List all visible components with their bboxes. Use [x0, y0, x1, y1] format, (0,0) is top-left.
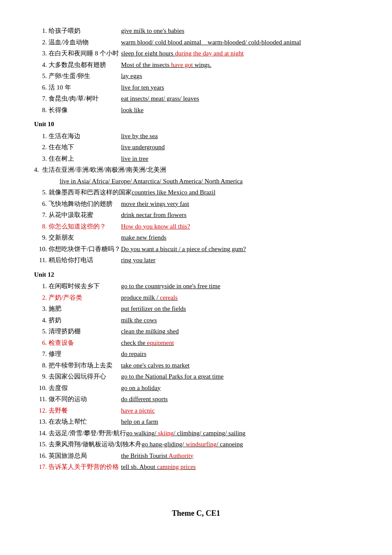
- chinese: 飞快地舞动他们的翅膀: [49, 199, 121, 210]
- unit12-item-1: 1. 在闲暇时候去乡下 go to the countryside in one…: [34, 281, 358, 292]
- num: 8.: [34, 360, 47, 371]
- num: 3.: [34, 48, 47, 59]
- num: 10.: [34, 244, 47, 255]
- english: tell sb. About camping prices: [121, 462, 358, 473]
- chinese: 你想吃块饼干/口香糖吗？: [49, 244, 121, 255]
- chinese: 从花中汲取花蜜: [49, 210, 121, 221]
- num: 16.: [34, 451, 47, 462]
- unit10-item-7: 7. 从花中汲取花蜜 drink nectar from flowers: [34, 210, 358, 221]
- english: move their wings very fast: [121, 199, 358, 210]
- num: 10.: [34, 383, 47, 394]
- chinese: 把牛犊带到市场上去卖: [49, 360, 121, 371]
- unit10-item-5: 5. 就像墨西哥和巴西这样的国家 countries like Mexico a…: [34, 187, 358, 198]
- chinese: 挤奶: [49, 315, 121, 326]
- unit10-item-10: 10. 你想吃块饼干/口香糖吗？ Do you want a biscuit /…: [34, 244, 358, 255]
- english: the British Tourist Authority: [121, 451, 358, 462]
- english: take one's calves to market: [121, 360, 358, 371]
- english: produce milk / cereals: [121, 292, 358, 304]
- num: 1.: [34, 26, 47, 37]
- english: Do you want a biscuit / a piece of chewi…: [121, 244, 358, 255]
- unit9-item-2: 2. 温血/冷血动物 warm blood/ cold blood animal…: [34, 37, 358, 48]
- unit10-item-3: 3. 住在树上 live in tree: [34, 153, 358, 165]
- unit10-item-9: 9. 交新朋友 make new friends: [34, 232, 358, 243]
- chinese: 大多数昆虫都有翅膀: [49, 60, 121, 71]
- chinese: 在白天和夜间睡 8 个小时: [49, 48, 121, 59]
- english: live underground: [121, 142, 358, 153]
- english: help on a farm: [121, 416, 358, 428]
- english: lay eggs: [121, 71, 358, 82]
- chinese: 修理: [49, 349, 121, 360]
- chinese: 去远足/滑雪/攀登/野营/航行: [49, 428, 126, 439]
- chinese: 给孩子喂奶: [49, 26, 121, 37]
- unit12-item-5: 5. 清理挤奶棚 clean the milking shed: [34, 326, 358, 337]
- num: 9.: [34, 232, 47, 243]
- chinese: 产奶/产谷类: [49, 292, 121, 304]
- chinese: 做不同的运动: [49, 394, 121, 405]
- english: warm blood/ cold blood animal warm-blood…: [121, 37, 358, 48]
- theme-title: Theme C, CE1: [34, 507, 358, 520]
- num: 13.: [34, 416, 47, 428]
- english: do repairs: [121, 349, 358, 360]
- unit12-item-4: 4. 挤奶 milk the cows: [34, 315, 358, 326]
- num: 11.: [34, 394, 47, 405]
- english: live for ten years: [121, 82, 358, 93]
- english: go on a holiday: [121, 383, 358, 394]
- num: 3.: [34, 304, 47, 315]
- unit10-item-6: 6. 飞快地舞动他们的翅膀 move their wings very fast: [34, 199, 358, 210]
- english: put fertilizer on the fields: [121, 304, 358, 315]
- unit12-item-8: 8. 把牛犊带到市场上去卖 take one's calves to marke…: [34, 360, 358, 371]
- num: 4.: [34, 315, 47, 326]
- chinese: 去国家公园玩得开心: [49, 371, 121, 382]
- english: live in tree: [121, 153, 358, 165]
- num: 3.: [34, 153, 47, 165]
- num: 12.: [34, 405, 47, 416]
- english: milk the cows: [121, 315, 358, 326]
- unit12-item-2: 2. 产奶/产谷类 produce milk / cereals: [34, 292, 358, 304]
- unit10-item-11: 11. 稍后给你打电话 ring you later: [34, 255, 358, 266]
- english: go hang-gliding/ windsurfing/ canoeing: [141, 439, 358, 450]
- english: have a picnic: [121, 405, 358, 416]
- chinese: 活 10 年: [49, 82, 121, 93]
- chinese: 住在树上: [49, 153, 121, 165]
- unit12-item-11: 11. 做不同的运动 do different sports: [34, 394, 358, 405]
- english: check the equipment: [121, 338, 358, 349]
- unit10-item-8: 8. 你怎么知道这些的？ How do you know all this?: [34, 221, 358, 232]
- english: How do you know all this?: [121, 221, 358, 232]
- num: 2.: [34, 142, 47, 153]
- num: 1.: [34, 281, 47, 292]
- english: go to the National Parks for a great tim…: [121, 371, 358, 382]
- unit9-item-5: 5. 产卵/生蛋/卵生 lay eggs: [34, 71, 358, 82]
- num: 7.: [34, 93, 47, 104]
- english: look like: [121, 105, 358, 116]
- num: 5.: [34, 326, 47, 337]
- unit10-item-4-sub: live in Asia/ Africa/ Europe/ Antarctica…: [34, 176, 358, 187]
- num: 14.: [34, 428, 47, 439]
- chinese: 清理挤奶棚: [49, 326, 121, 337]
- num: 1.: [34, 131, 47, 142]
- chinese: 去度假: [49, 383, 121, 394]
- english: clean the milking shed: [121, 326, 358, 337]
- unit10-item-2: 2. 住在地下 live underground: [34, 142, 358, 153]
- chinese: 告诉某人关于野营的价格: [49, 462, 121, 473]
- unit9-item-4: 4. 大多数昆虫都有翅膀 Most of the insects have go…: [34, 60, 358, 71]
- english: do different sports: [121, 394, 358, 405]
- unit12-item-15: 15. 去乘风滑翔/做帆板运动/划独木舟 go hang-gliding/ wi…: [34, 439, 358, 450]
- unit12-item-7: 7. 修理 do repairs: [34, 349, 358, 360]
- unit12-item-6: 6. 检查设备 check the equipment: [34, 338, 358, 349]
- num: 2.: [34, 37, 47, 48]
- chinese: 就像墨西哥和巴西这样的国家: [49, 187, 132, 198]
- chinese: 食昆虫/肉/草/树叶: [49, 93, 121, 104]
- num: 8.: [34, 221, 47, 232]
- num: 9.: [34, 371, 47, 382]
- unit12-item-13: 13. 在农场上帮忙 help on a farm: [34, 416, 358, 428]
- unit10-item-1: 1. 生活在海边 live by the sea: [34, 131, 358, 142]
- num: 17.: [34, 462, 47, 473]
- num: 4.: [34, 60, 47, 71]
- chinese: 住在地下: [49, 142, 121, 153]
- num: 6.: [34, 82, 47, 93]
- num: 7.: [34, 349, 47, 360]
- english: make new friends: [121, 232, 358, 243]
- num: 5.: [34, 71, 47, 82]
- unit12-item-3: 3. 施肥 put fertilizer on the fields: [34, 304, 358, 315]
- english: live in Asia/ Africa/ Europe/ Antarctica…: [60, 178, 242, 185]
